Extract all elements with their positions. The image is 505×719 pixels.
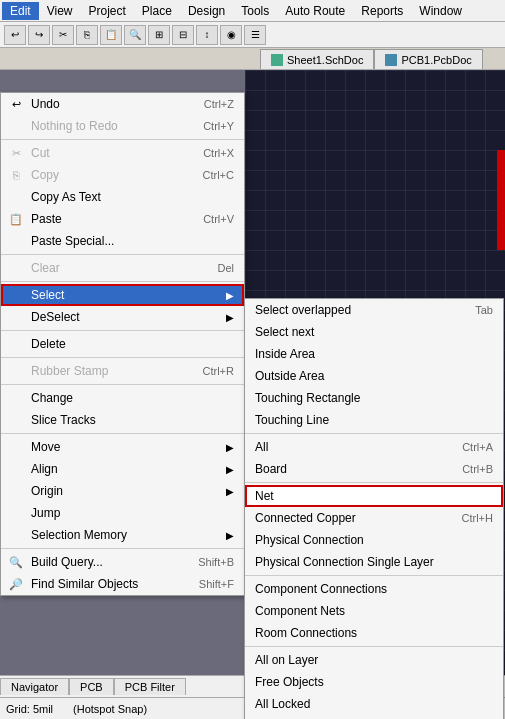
menu-paste[interactable]: 📋 Paste Ctrl+V xyxy=(1,208,244,230)
submenu-component-nets-label: Component Nets xyxy=(255,604,345,618)
toolbar-btn-5[interactable]: 📋 xyxy=(100,25,122,45)
menu-undo-label: Undo xyxy=(31,97,60,111)
submenu-touching-rectangle-label: Touching Rectangle xyxy=(255,391,360,405)
menu-paste-shortcut: Ctrl+V xyxy=(203,213,234,225)
submenu-all-locked[interactable]: All Locked xyxy=(245,693,503,715)
submenu-select-overlapped-label: Select overlapped xyxy=(255,303,351,317)
menubar-autoroute[interactable]: Auto Route xyxy=(277,2,353,20)
menubar-window[interactable]: Window xyxy=(411,2,470,20)
menu-delete[interactable]: Delete xyxy=(1,333,244,355)
menubar-view[interactable]: View xyxy=(39,2,81,20)
menu-origin-label: Origin xyxy=(31,484,63,498)
submenu-select-next-label: Select next xyxy=(255,325,314,339)
menubar-reports[interactable]: Reports xyxy=(353,2,411,20)
menu-paste-special-label: Paste Special... xyxy=(31,234,114,248)
sub-separator-2 xyxy=(245,482,503,483)
submenu-off-grid-pads[interactable]: Off Grid Pads xyxy=(245,715,503,719)
menu-find-similar[interactable]: 🔎 Find Similar Objects Shift+F xyxy=(1,573,244,595)
toolbar-btn-3[interactable]: ✂ xyxy=(52,25,74,45)
submenu-net-label: Net xyxy=(255,489,274,503)
menubar-tools[interactable]: Tools xyxy=(233,2,277,20)
menu-paste-label: Paste xyxy=(31,212,62,226)
menubar-design[interactable]: Design xyxy=(180,2,233,20)
menubar-place[interactable]: Place xyxy=(134,2,180,20)
submenu-board[interactable]: Board Ctrl+B xyxy=(245,458,503,480)
origin-arrow-icon: ▶ xyxy=(226,486,234,497)
deselect-arrow-icon: ▶ xyxy=(226,312,234,323)
menu-origin[interactable]: Origin ▶ xyxy=(1,480,244,502)
statusbar-tabs: Navigator PCB PCB Filter xyxy=(0,678,186,695)
tab-schematic[interactable]: Sheet1.SchDoc xyxy=(260,49,374,69)
separator-1 xyxy=(1,139,244,140)
toolbar-btn-4[interactable]: ⎘ xyxy=(76,25,98,45)
submenu-physical-connection[interactable]: Physical Connection xyxy=(245,529,503,551)
submenu-room-connections[interactable]: Room Connections xyxy=(245,622,503,644)
submenu-outside-area-label: Outside Area xyxy=(255,369,324,383)
statusbar-tab-navigator[interactable]: Navigator xyxy=(0,678,69,695)
menu-align-label: Align xyxy=(31,462,58,476)
submenu-all-locked-label: All Locked xyxy=(255,697,310,711)
menu-redo-label: Nothing to Redo xyxy=(31,119,118,133)
menu-selection-memory[interactable]: Selection Memory ▶ xyxy=(1,524,244,546)
separator-2 xyxy=(1,254,244,255)
submenu-outside-area[interactable]: Outside Area xyxy=(245,365,503,387)
find-similar-icon: 🔎 xyxy=(7,575,25,593)
submenu-physical-connection-single[interactable]: Physical Connection Single Layer xyxy=(245,551,503,573)
toolbar-btn-2[interactable]: ↪ xyxy=(28,25,50,45)
menubar-edit[interactable]: Edit xyxy=(2,2,39,20)
menu-deselect-label: DeSelect xyxy=(31,310,80,324)
submenu-all-on-layer[interactable]: All on Layer xyxy=(245,649,503,671)
submenu-inside-area[interactable]: Inside Area xyxy=(245,343,503,365)
toolbar-btn-6[interactable]: 🔍 xyxy=(124,25,146,45)
submenu-all[interactable]: All Ctrl+A xyxy=(245,436,503,458)
submenu-select-overlapped-shortcut: Tab xyxy=(475,304,493,316)
menu-jump[interactable]: Jump xyxy=(1,502,244,524)
menubar-project[interactable]: Project xyxy=(80,2,133,20)
submenu-component-connections[interactable]: Component Connections xyxy=(245,578,503,600)
main-area: ↩ Undo Ctrl+Z Nothing to Redo Ctrl+Y ✂ C… xyxy=(0,70,505,675)
menu-build-query[interactable]: 🔍 Build Query... Shift+B xyxy=(1,551,244,573)
submenu-select-overlapped[interactable]: Select overlapped Tab xyxy=(245,299,503,321)
statusbar-tab-pcb[interactable]: PCB xyxy=(69,678,114,695)
submenu-free-objects[interactable]: Free Objects xyxy=(245,671,503,693)
submenu-component-nets[interactable]: Component Nets xyxy=(245,600,503,622)
grid-label: Grid: 5mil xyxy=(6,703,53,715)
menu-undo[interactable]: ↩ Undo Ctrl+Z xyxy=(1,93,244,115)
separator-8 xyxy=(1,548,244,549)
toolbar-btn-8[interactable]: ⊟ xyxy=(172,25,194,45)
toolbar-btn-9[interactable]: ↕ xyxy=(196,25,218,45)
submenu-touching-rectangle[interactable]: Touching Rectangle xyxy=(245,387,503,409)
selection-memory-arrow-icon: ▶ xyxy=(226,530,234,541)
submenu-select-next[interactable]: Select next xyxy=(245,321,503,343)
tab-pcb-label: PCB1.PcbDoc xyxy=(401,54,471,66)
menu-move-label: Move xyxy=(31,440,60,454)
menu-change[interactable]: Change xyxy=(1,387,244,409)
toolbar-btn-7[interactable]: ⊞ xyxy=(148,25,170,45)
submenu-component-connections-label: Component Connections xyxy=(255,582,387,596)
separator-6 xyxy=(1,384,244,385)
submenu-touching-line[interactable]: Touching Line xyxy=(245,409,503,431)
toolbar-btn-11[interactable]: ☰ xyxy=(244,25,266,45)
submenu-physical-connection-single-label: Physical Connection Single Layer xyxy=(255,555,434,569)
sub-separator-1 xyxy=(245,433,503,434)
menu-select[interactable]: Select ▶ xyxy=(1,284,244,306)
tab-pcb[interactable]: PCB1.PcbDoc xyxy=(374,49,482,69)
toolbar-btn-10[interactable]: ◉ xyxy=(220,25,242,45)
pcb-icon xyxy=(385,54,397,66)
submenu-all-shortcut: Ctrl+A xyxy=(462,441,493,453)
submenu-inside-area-label: Inside Area xyxy=(255,347,315,361)
menu-slice-tracks[interactable]: Slice Tracks xyxy=(1,409,244,431)
menu-move[interactable]: Move ▶ xyxy=(1,436,244,458)
submenu-net[interactable]: Net xyxy=(245,485,503,507)
tab-schematic-label: Sheet1.SchDoc xyxy=(287,54,363,66)
menu-deselect[interactable]: DeSelect ▶ xyxy=(1,306,244,328)
statusbar-tab-pcb-filter[interactable]: PCB Filter xyxy=(114,678,186,695)
menu-build-query-shortcut: Shift+B xyxy=(198,556,234,568)
menu-paste-special[interactable]: Paste Special... xyxy=(1,230,244,252)
menu-copy-as-text[interactable]: Copy As Text xyxy=(1,186,244,208)
menu-rubber-stamp-shortcut: Ctrl+R xyxy=(203,365,234,377)
menu-align[interactable]: Align ▶ xyxy=(1,458,244,480)
toolbar-btn-1[interactable]: ↩ xyxy=(4,25,26,45)
submenu-connected-copper[interactable]: Connected Copper Ctrl+H xyxy=(245,507,503,529)
separator-5 xyxy=(1,357,244,358)
